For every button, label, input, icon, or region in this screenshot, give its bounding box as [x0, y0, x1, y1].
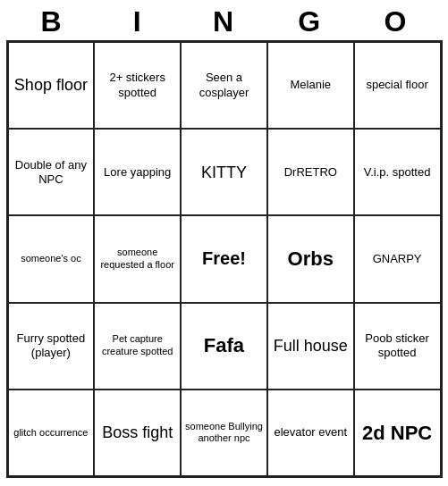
bingo-cell-17: Fafa: [181, 303, 267, 390]
title-b: B: [13, 5, 91, 38]
title-n: N: [184, 5, 263, 38]
bingo-cell-2: Seen a cosplayer: [181, 42, 267, 129]
bingo-cell-8: DrRETRO: [267, 129, 354, 215]
bingo-cell-12: Free!: [181, 215, 267, 302]
bingo-cell-14: GNARPY: [354, 215, 441, 302]
bingo-cell-3: Melanie: [267, 42, 354, 129]
bingo-cell-16: Pet capture creature spotted: [94, 303, 181, 390]
bingo-cell-20: glitch occurrence: [8, 390, 95, 476]
bingo-cell-24: 2d NPC: [354, 390, 441, 476]
bingo-title: B I N G O: [0, 0, 448, 40]
bingo-grid: Shop floor2+ stickers spottedSeen a cosp…: [6, 40, 443, 478]
bingo-cell-5: Double of any NPC: [8, 129, 95, 215]
bingo-cell-13: Orbs: [267, 215, 354, 302]
title-g: G: [271, 5, 350, 38]
bingo-cell-22: someone Bullying another npc: [181, 390, 267, 476]
bingo-cell-7: KITTY: [181, 129, 267, 215]
title-o: O: [357, 5, 435, 38]
bingo-cell-10: someone's oc: [8, 215, 95, 302]
title-i: I: [98, 5, 177, 38]
bingo-cell-23: elevator event: [267, 390, 354, 476]
bingo-cell-21: Boss fight: [94, 390, 181, 476]
bingo-cell-15: Furry spotted (player): [8, 303, 95, 390]
bingo-cell-9: V.i.p. spotted: [354, 129, 441, 215]
bingo-cell-18: Full house: [267, 303, 354, 390]
bingo-cell-19: Poob sticker spotted: [354, 303, 441, 390]
bingo-cell-6: Lore yapping: [94, 129, 181, 215]
bingo-cell-0: Shop floor: [8, 42, 95, 129]
bingo-cell-4: special floor: [354, 42, 441, 129]
bingo-cell-11: someone requested a floor: [94, 215, 181, 302]
bingo-cell-1: 2+ stickers spotted: [94, 42, 181, 129]
